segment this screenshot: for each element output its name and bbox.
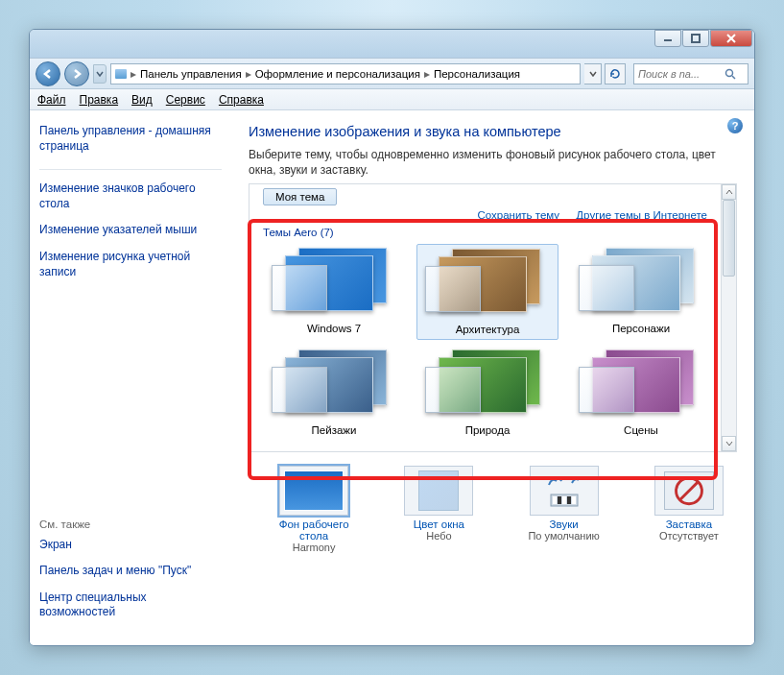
bottom-option-title: Цвет окна	[391, 518, 487, 530]
maximize-button[interactable]	[682, 30, 709, 47]
theme-thumb	[272, 350, 396, 421]
aero-section-header: Темы Aero (7)	[249, 223, 721, 244]
menu-view[interactable]: Вид	[131, 93, 153, 107]
menu-service[interactable]: Сервис	[166, 93, 205, 107]
scroll-thumb[interactable]	[723, 200, 735, 277]
breadcrumb-1[interactable]: Оформление и персонализация	[255, 68, 420, 80]
search-box[interactable]	[633, 63, 748, 84]
menu-edit[interactable]: Правка	[80, 93, 119, 107]
bottom-option-title: Заставка	[641, 518, 737, 530]
online-themes-link[interactable]: Другие темы в Интернете	[576, 209, 707, 221]
bottom-option-screensaver[interactable]: Заставка Отсутствует	[641, 466, 737, 553]
navbar: ▸ Панель управления ▸ Оформление и персо…	[30, 59, 754, 89]
address-bar[interactable]: ▸ Панель управления ▸ Оформление и персо…	[110, 63, 581, 84]
theme-item-2[interactable]: Персонажи	[570, 244, 712, 340]
nav-history-dropdown[interactable]	[93, 64, 107, 84]
breadcrumb-sep: ▸	[424, 67, 430, 81]
page-subtitle: Выберите тему, чтобы одновременно измени…	[249, 147, 737, 178]
svg-rect-0	[692, 35, 700, 42]
address-dropdown[interactable]	[584, 63, 602, 84]
theme-thumb	[425, 249, 550, 320]
bottom-option-window-color[interactable]: Цвет окна Небо	[391, 466, 487, 553]
menubar: Файл Правка Вид Сервис Справка	[30, 89, 754, 110]
svg-rect-4	[558, 496, 561, 504]
help-icon[interactable]: ?	[727, 118, 743, 133]
theme-label: Персонажи	[570, 321, 712, 338]
menu-help[interactable]: Справка	[219, 93, 264, 107]
theme-thumb	[425, 350, 550, 421]
sidebar-home[interactable]: Панель управления - домашняя страница	[39, 124, 222, 154]
breadcrumb-sep: ▸	[131, 67, 136, 81]
theme-item-4[interactable]: Природа	[416, 346, 558, 440]
theme-thumb	[579, 350, 703, 421]
theme-thumb	[272, 248, 396, 319]
theme-item-1[interactable]: Архитектура	[416, 244, 558, 340]
theme-item-3[interactable]: Пейзажи	[263, 346, 405, 440]
search-icon	[725, 68, 736, 80]
seealso-taskbar[interactable]: Панель задач и меню "Пуск"	[39, 564, 222, 579]
close-button[interactable]	[710, 30, 752, 47]
scroll-up-button[interactable]	[722, 184, 736, 200]
sidebar-link-mouse-pointers[interactable]: Изменение указателей мыши	[39, 223, 222, 238]
breadcrumb-0[interactable]: Панель управления	[140, 68, 242, 80]
seealso-accessibility[interactable]: Центр специальных возможностей	[39, 591, 222, 620]
svg-rect-3	[553, 496, 557, 504]
search-input[interactable]	[638, 68, 725, 80]
bottom-option-value: Отсутствует	[641, 530, 737, 542]
forward-button[interactable]	[64, 61, 89, 86]
theme-label: Windows 7	[263, 321, 405, 338]
desktop-bg-icon	[279, 466, 348, 516]
minimize-button[interactable]	[654, 30, 681, 47]
svg-point-1	[726, 69, 733, 76]
save-theme-link[interactable]: Сохранить тему	[477, 209, 559, 221]
theme-item-5[interactable]: Сцены	[570, 346, 712, 440]
bottom-option-value: Небо	[391, 530, 487, 542]
scrollbar[interactable]	[721, 184, 736, 451]
breadcrumb-sep: ▸	[246, 67, 251, 81]
theme-label: Природа	[416, 422, 558, 440]
svg-rect-6	[567, 496, 571, 504]
bottom-option-sounds[interactable]: Звуки По умолчанию	[516, 466, 612, 553]
theme-label: Архитектура	[417, 322, 558, 339]
theme-item-0[interactable]: Windows 7	[263, 244, 405, 340]
scroll-down-button[interactable]	[722, 436, 736, 451]
theme-label: Пейзажи	[263, 422, 405, 440]
control-panel-icon	[115, 69, 127, 79]
personalization-window: ▸ Панель управления ▸ Оформление и персо…	[29, 29, 755, 646]
theme-thumb	[579, 248, 703, 319]
titlebar	[30, 30, 754, 59]
sounds-icon	[530, 466, 599, 516]
main-content: ? Изменение изображения и звука на компь…	[231, 110, 754, 645]
refresh-button[interactable]	[605, 63, 626, 84]
svg-rect-7	[572, 496, 576, 504]
my-theme-tab[interactable]: Моя тема	[263, 188, 337, 205]
bottom-option-desktop-bg[interactable]: Фон рабочего стола Harmony	[266, 466, 362, 553]
theme-label: Сцены	[570, 422, 712, 440]
sidebar-link-account-picture[interactable]: Изменение рисунка учетной записи	[39, 250, 222, 279]
bottom-option-value: Harmony	[266, 542, 362, 553]
svg-rect-5	[562, 496, 566, 504]
bottom-option-value: По умолчанию	[516, 530, 612, 542]
breadcrumb-2[interactable]: Персонализация	[434, 68, 520, 80]
theme-list-pane: Моя тема Сохранить тему Другие темы в Ин…	[249, 183, 737, 452]
window-color-icon	[404, 466, 473, 516]
seealso-display[interactable]: Экран	[39, 538, 222, 553]
screensaver-icon	[654, 466, 724, 516]
seealso-header: См. также	[39, 518, 222, 530]
sidebar: Панель управления - домашняя страница Из…	[30, 110, 231, 645]
page-title: Изменение изображения и звука на компьют…	[249, 124, 737, 139]
bottom-option-title: Звуки	[516, 518, 612, 530]
bottom-option-title: Фон рабочего стола	[266, 518, 362, 542]
menu-file[interactable]: Файл	[37, 93, 66, 107]
back-button[interactable]	[36, 61, 60, 86]
sidebar-link-desktop-icons[interactable]: Изменение значков рабочего стола	[39, 181, 222, 211]
